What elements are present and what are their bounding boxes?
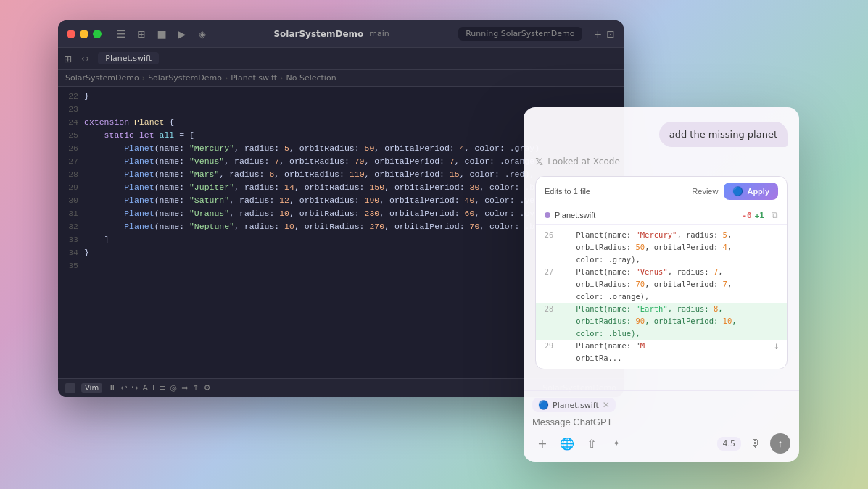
vim-badge: Vim <box>81 383 102 393</box>
project-branch: main <box>369 29 389 38</box>
apply-label: Apply <box>747 187 769 196</box>
title-bar: ☰ ⊞ ■ ▶ ◈ SolarSystemDemo main Running S… <box>58 20 624 48</box>
user-message-text: add the missing planet <box>669 129 777 140</box>
status-icons: ⏸ ↩ ↪ A I ≡ ◎ ⇒ ↑ ⚙ <box>108 383 210 393</box>
globe-icon[interactable]: 🌐 <box>557 433 577 454</box>
mic-button[interactable]: 🎙 <box>745 433 766 454</box>
scheme-icon[interactable]: ◈ <box>194 26 210 42</box>
xcode-icon: 𝕏 <box>535 156 543 167</box>
diff-file-row: Planet.swift -0 +1 ⧉ <box>536 206 787 225</box>
add-tab-icon[interactable]: + <box>594 28 603 40</box>
diff-header-actions: Review 🔵 Apply <box>692 183 778 200</box>
diff-line-27b: orbitRadius: 70, orbitalPeriod: 7, <box>536 278 787 291</box>
chat-message-input[interactable] <box>532 417 790 427</box>
breadcrumb-folder[interactable]: SolarSystemDemo <box>148 73 222 83</box>
diff-file-dot <box>545 212 550 218</box>
run-controls: + ⊡ <box>594 28 615 40</box>
copy-icon[interactable]: ⧉ <box>772 210 778 220</box>
diff-line-29b: orbitRa... <box>536 352 787 364</box>
list-icon[interactable]: ≡ <box>159 383 165 393</box>
diff-line-28b: orbitRadius: 90, orbitalPeriod: 10, <box>536 315 787 327</box>
breadcrumb-project[interactable]: SolarSystemDemo <box>65 73 139 83</box>
title-bar-center: SolarSystemDemo main <box>216 29 447 39</box>
settings-icon[interactable]: ⚙ <box>204 383 211 393</box>
split-view-icon[interactable]: ⊡ <box>606 28 615 40</box>
file-tag-icon: 🔵 <box>538 400 549 410</box>
title-bar-controls: ☰ ⊞ ■ ▶ ◈ <box>113 26 210 42</box>
navigator-icon[interactable]: ⊞ <box>64 53 73 64</box>
diff-line-29a: 29 Planet(name: "M ↓ <box>536 340 787 352</box>
project-title: SolarSystemDemo <box>273 29 363 39</box>
nav-arrows: ‹ › <box>81 54 90 64</box>
apply-icon: 🔵 <box>732 186 743 196</box>
diff-line-26c: color: .gray), <box>536 254 787 266</box>
run-icon[interactable]: ▶ <box>174 26 190 42</box>
sidebar-toggle-icon[interactable]: ☰ <box>113 26 129 42</box>
sparkle-icon[interactable]: ✦ <box>606 433 627 454</box>
status-vim: Vim <box>81 383 102 393</box>
undo-icon[interactable]: ↩ <box>120 383 127 393</box>
cursor-icon[interactable]: ◎ <box>170 383 178 393</box>
chat-toolbar: + 🌐 ⇧ ✦ 4.5 🎙 ↑ <box>532 433 790 454</box>
breadcrumb-file[interactable]: Planet.swift <box>231 73 277 83</box>
share-icon[interactable]: ⇧ <box>582 433 602 454</box>
layout-icon[interactable]: ⊞ <box>133 26 149 42</box>
file-tag-close-icon[interactable]: ✕ <box>603 400 610 410</box>
diff-line-28c: color: .blue), <box>536 327 787 340</box>
run-status-label: Running SolarSystemDemo <box>466 29 574 38</box>
diff-minus: -0 <box>743 211 752 220</box>
diff-line-26a: 26 Planet(name: "Mercury", radius: 5, <box>536 229 787 241</box>
minimize-button[interactable] <box>80 30 88 38</box>
diff-code-block: 26 Planet(name: "Mercury", radius: 5, or… <box>536 225 787 369</box>
file-tag-row: 🔵 Planet.swift ✕ <box>532 397 790 417</box>
file-tab-planet[interactable]: Planet.swift <box>98 52 159 64</box>
file-tab-label: Planet.swift <box>105 54 152 63</box>
maximize-button[interactable] <box>93 30 102 38</box>
file-tag: 🔵 Planet.swift ✕ <box>532 398 616 412</box>
review-button[interactable]: Review <box>692 187 718 196</box>
back-arrow-icon[interactable]: ‹ <box>81 54 85 64</box>
send-button[interactable]: ↑ <box>770 433 790 454</box>
breadcrumb-sep-3: › <box>280 73 283 83</box>
apply-button[interactable]: 🔵 Apply <box>724 183 778 200</box>
user-message-bubble: add the missing planet <box>659 122 788 147</box>
chat-input-row <box>532 417 790 427</box>
breadcrumb-sep-2: › <box>225 73 228 83</box>
diff-edits-label: Edits to 1 file <box>545 187 590 196</box>
looked-at-text: Looked at Xcode <box>547 156 620 167</box>
code-line-22: 22 } <box>58 90 624 103</box>
diff-stats: -0 +1 <box>743 211 765 220</box>
format-icon[interactable]: A <box>143 383 149 393</box>
diff-plus: +1 <box>755 211 764 220</box>
diff-line-27c: color: .orange), <box>536 291 787 303</box>
diff-line-28a: 28 Planet(name: "Earth", radius: 8, <box>536 303 787 315</box>
down-arrow-icon: ↓ <box>774 340 780 351</box>
expand-icon[interactable]: ⇒ <box>181 383 188 393</box>
diff-card-header: Edits to 1 file Review 🔵 Apply <box>536 177 787 206</box>
diff-line-27a: 27 Planet(name: "Venus", radius: 7, <box>536 266 787 278</box>
redo-icon[interactable]: ↪ <box>131 383 138 393</box>
chat-body: add the missing planet 𝕏 Looked at Xcode… <box>524 107 799 390</box>
plus-icon[interactable]: + <box>532 433 553 454</box>
chat-panel: add the missing planet 𝕏 Looked at Xcode… <box>524 107 799 462</box>
stop-icon[interactable]: ■ <box>154 26 170 42</box>
sidebar-icons: ⊞ <box>64 53 73 64</box>
file-tag-label: Planet.swift <box>553 401 599 410</box>
breadcrumb-bar: SolarSystemDemo › SolarSystemDemo › Plan… <box>58 70 624 87</box>
pause-icon[interactable]: ⏸ <box>108 383 116 393</box>
run-status-bar: Running SolarSystemDemo <box>458 27 582 41</box>
tab-bar: ⊞ ‹ › Planet.swift <box>58 48 624 70</box>
breadcrumb-selection: No Selection <box>286 73 336 83</box>
arrow-up-icon[interactable]: ↑ <box>192 383 199 393</box>
breadcrumb-sep-1: › <box>142 73 145 83</box>
forward-arrow-icon[interactable]: › <box>86 54 90 64</box>
model-version-badge: 4.5 <box>717 437 742 451</box>
status-color-box <box>65 383 75 393</box>
diff-file-name: Planet.swift <box>555 211 595 220</box>
bold-icon[interactable]: I <box>152 383 154 393</box>
diff-line-26b: orbitRadius: 50, orbitalPeriod: 4, <box>536 241 787 254</box>
looked-at-message: 𝕏 Looked at Xcode <box>535 156 620 167</box>
diff-card: Edits to 1 file Review 🔵 Apply Planet.sw… <box>535 176 788 369</box>
chat-input-area: 🔵 Planet.swift ✕ + 🌐 ⇧ ✦ 4.5 🎙 ↑ <box>524 390 799 462</box>
close-button[interactable] <box>67 30 75 38</box>
